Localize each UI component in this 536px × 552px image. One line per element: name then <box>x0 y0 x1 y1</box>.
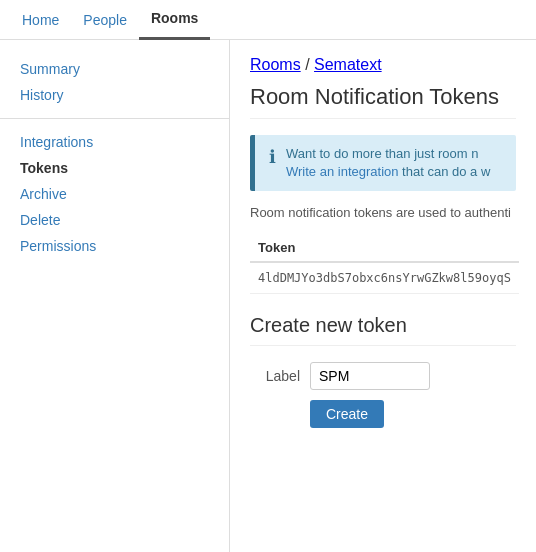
nav-rooms[interactable]: Rooms <box>139 0 210 40</box>
table-row: 4ldDMJYo3dbS7obxc6nsYrwGZkw8l59oyqS <box>250 262 519 294</box>
top-nav: Home People Rooms <box>0 0 536 40</box>
info-box: ℹ Want to do more than just room n Write… <box>250 135 516 191</box>
label-label: Label <box>250 368 300 384</box>
breadcrumb-sematext[interactable]: Sematext <box>314 56 382 73</box>
sidebar-item-permissions[interactable]: Permissions <box>0 233 229 259</box>
sidebar-item-summary[interactable]: Summary <box>0 56 229 82</box>
token-table: Token 4ldDMJYo3dbS7obxc6nsYrwGZkw8l59oyq… <box>250 234 519 294</box>
description-text: Room notification tokens are used to aut… <box>250 205 516 220</box>
info-box-text: Want to do more than just room n Write a… <box>286 145 490 181</box>
sidebar-item-delete[interactable]: Delete <box>0 207 229 233</box>
token-value: 4ldDMJYo3dbS7obxc6nsYrwGZkw8l59oyqS <box>250 262 519 294</box>
create-button[interactable]: Create <box>310 400 384 428</box>
info-link[interactable]: Write an integration <box>286 164 399 179</box>
sidebar-item-tokens[interactable]: Tokens <box>0 155 229 181</box>
create-token-title: Create new token <box>250 314 516 346</box>
main-layout: Summary History Integrations Tokens Arch… <box>0 40 536 552</box>
create-button-row: Create <box>250 400 516 428</box>
info-icon: ℹ <box>269 146 276 168</box>
sidebar-item-history[interactable]: History <box>0 82 229 108</box>
breadcrumb: Rooms / Sematext <box>250 56 516 74</box>
nav-people[interactable]: People <box>71 0 139 40</box>
breadcrumb-separator: / <box>301 56 314 73</box>
token-col-header: Token <box>250 234 519 262</box>
sidebar-item-archive[interactable]: Archive <box>0 181 229 207</box>
nav-home[interactable]: Home <box>10 0 71 40</box>
page-title: Room Notification Tokens <box>250 84 516 119</box>
sidebar-item-integrations[interactable]: Integrations <box>0 129 229 155</box>
main-content: Rooms / Sematext Room Notification Token… <box>230 40 536 552</box>
label-row: Label <box>250 362 516 390</box>
label-input[interactable] <box>310 362 430 390</box>
info-link-line: Write an integration that can do a w <box>286 163 490 181</box>
sidebar: Summary History Integrations Tokens Arch… <box>0 40 230 552</box>
sidebar-divider <box>0 118 229 119</box>
info-link-suffix: that can do a w <box>399 164 491 179</box>
info-main-text: Want to do more than just room n <box>286 145 490 163</box>
breadcrumb-rooms[interactable]: Rooms <box>250 56 301 73</box>
